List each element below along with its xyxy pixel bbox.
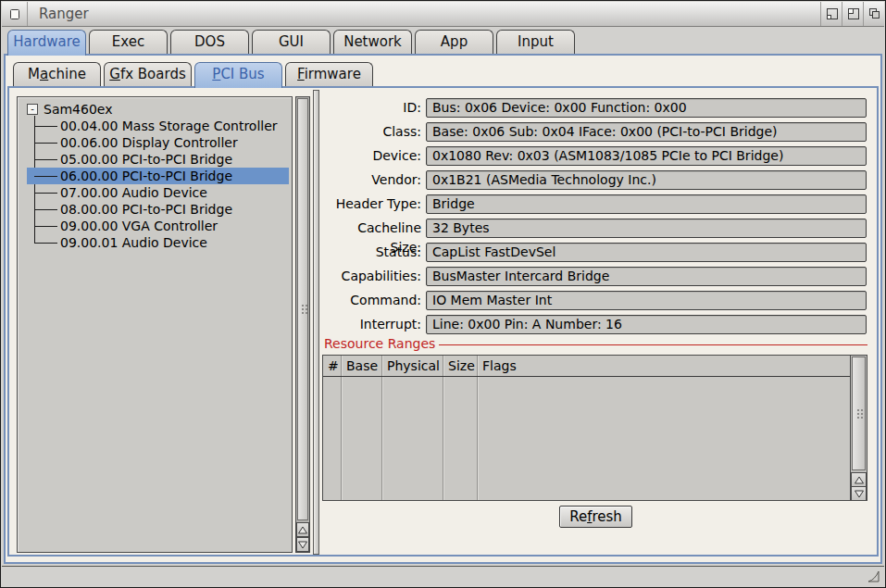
table-scroll-down-button[interactable]	[851, 486, 867, 501]
resource-ranges-title: Resource Ranges	[324, 336, 439, 351]
ranger-window: Ranger Hardware Exec DOS GUI Ne	[0, 0, 886, 588]
table-header-row: # Base Physical Size Flags	[323, 356, 850, 377]
field-label-status: Status:	[324, 243, 426, 262]
table-column-grid	[323, 356, 850, 500]
field-row-header-type: Header Type: Bridge	[324, 194, 867, 214]
column-header-physical: Physical	[382, 356, 443, 376]
field-label-command: Command:	[324, 291, 426, 310]
tree-scrollbar-thumb[interactable]	[297, 98, 308, 520]
field-value-class: Base: 0x06 Sub: 0x04 IFace: 0x00 (PCI-to…	[426, 122, 867, 142]
field-value-id: Bus: 0x06 Device: 0x00 Function: 0x00	[426, 98, 867, 118]
column-header-base: Base	[342, 356, 382, 376]
tree-item-05-00-00[interactable]: 05.00.00 PCI-to-PCI Bridge	[18, 151, 289, 168]
field-row-command: Command: IO Mem Master Int	[324, 291, 867, 310]
tree-item-07-00-00[interactable]: 07.00.00 Audio Device	[18, 184, 289, 201]
tree-item-09-00-01[interactable]: 09.00.01 Audio Device	[18, 234, 289, 251]
field-value-header-type: Bridge	[426, 194, 867, 214]
field-row-device: Device: 0x1080 Rev: 0x03 (ASM1083/1085 P…	[324, 146, 867, 166]
triangle-up-icon	[297, 525, 308, 535]
field-value-capabilities: BusMaster Intercard Bridge	[426, 267, 867, 286]
field-row-interrupt: Interrupt: Line: 0x00 Pin: A Number: 16	[324, 315, 867, 334]
column-header-flags: Flags	[478, 356, 850, 376]
field-value-status: CapList FastDevSel	[426, 243, 867, 262]
field-value-command: IO Mem Master Int	[426, 291, 867, 310]
table-scrollbar-thumb[interactable]	[852, 357, 866, 470]
triangle-up-icon	[854, 475, 865, 485]
field-label-id: ID:	[324, 98, 426, 118]
field-value-device: 0x1080 Rev: 0x03 (ASM1083/1085 PCIe to P…	[426, 146, 867, 166]
field-label-cacheline-size: Cacheline Size:	[324, 219, 426, 238]
refresh-button[interactable]: Refresh	[559, 506, 632, 528]
field-label-class: Class:	[324, 122, 426, 142]
resource-ranges-table: # Base Physical Size Flags	[322, 355, 867, 501]
tree-item-08-00-00[interactable]: 08.00.00 PCI-to-PCI Bridge	[18, 201, 289, 218]
panel-splitter[interactable]	[313, 90, 319, 555]
field-row-cacheline-size: Cacheline Size: 32 Bytes	[324, 219, 867, 238]
thumb-grip-icon	[857, 409, 859, 411]
collapse-icon[interactable]: -	[27, 104, 38, 115]
tree-root-sam460ex[interactable]: - Sam460ex	[18, 101, 292, 118]
device-tree: - Sam460ex 00.04.00 Mass Storage Control…	[17, 96, 293, 553]
tree-item-09-00-00[interactable]: 09.00.00 VGA Controller	[18, 218, 289, 234]
tree-scrollbar[interactable]	[295, 96, 310, 553]
field-row-id: ID: Bus: 0x06 Device: 0x00 Function: 0x0…	[324, 98, 867, 118]
field-label-header-type: Header Type:	[324, 194, 426, 214]
field-value-cacheline-size: 32 Bytes	[426, 219, 867, 238]
tree-item-06-00-00[interactable]: 06.00.00 PCI-to-PCI Bridge	[18, 168, 289, 184]
field-row-vendor: Vendor: 0x1B21 (ASMedia Technology Inc.)	[324, 170, 867, 190]
table-scrollbar[interactable]	[850, 356, 867, 500]
triangle-down-icon	[854, 489, 865, 499]
field-row-status: Status: CapList FastDevSel	[324, 243, 867, 262]
field-label-interrupt: Interrupt:	[324, 315, 426, 334]
tree-item-00-04-00[interactable]: 00.04.00 Mass Storage Controller	[18, 118, 289, 134]
field-row-class: Class: Base: 0x06 Sub: 0x04 IFace: 0x00 …	[324, 122, 867, 142]
tree-root-label: Sam460ex	[44, 101, 112, 118]
tree-item-00-06-00[interactable]: 00.06.00 Display Controller	[18, 134, 289, 151]
field-label-device: Device:	[324, 146, 426, 166]
table-scroll-up-button[interactable]	[851, 472, 867, 487]
field-label-capabilities: Capabilities:	[324, 267, 426, 286]
field-row-capabilities: Capabilities: BusMaster Intercard Bridge	[324, 267, 867, 286]
tree-scroll-down-button[interactable]	[296, 537, 309, 552]
column-header-number: #	[323, 356, 342, 376]
field-value-vendor: 0x1B21 (ASMedia Technology Inc.)	[426, 170, 867, 190]
thumb-grip-icon	[302, 305, 304, 307]
field-label-vendor: Vendor:	[324, 170, 426, 190]
resource-ranges-rule	[439, 344, 867, 345]
field-value-interrupt: Line: 0x00 Pin: A Number: 16	[426, 315, 867, 334]
tree-scroll-up-button[interactable]	[296, 522, 309, 537]
column-header-size: Size	[443, 356, 478, 376]
triangle-down-icon	[297, 540, 308, 550]
